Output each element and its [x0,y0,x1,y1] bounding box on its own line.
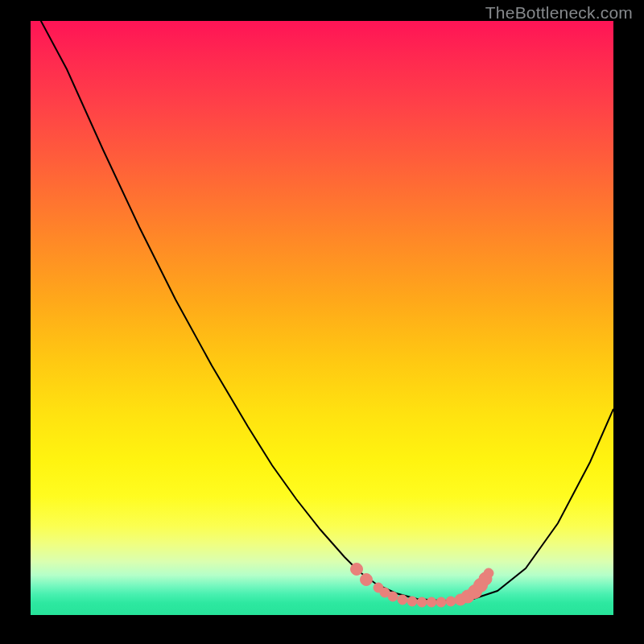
curve-marker [484,568,493,578]
curve-marker [388,592,398,601]
curve-marker [351,564,363,576]
curve-marker [407,597,417,606]
bottleneck-curve [31,21,613,601]
plot-area [31,21,613,615]
watermark-text: TheBottleneck.com [485,3,633,23]
curve-markers [351,564,494,608]
curve-marker [361,574,373,586]
curve-svg [31,21,613,615]
curve-marker [417,597,427,607]
curve-marker [398,595,407,605]
curve-marker [446,597,456,606]
curve-marker [427,597,436,607]
curve-marker [436,597,446,607]
chart-frame: TheBottleneck.com [0,0,644,644]
